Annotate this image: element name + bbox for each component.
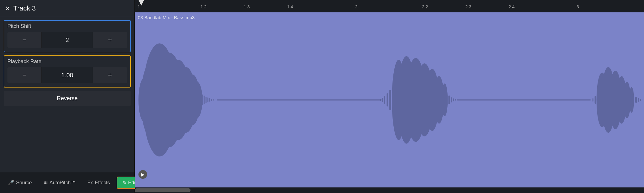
left-panel: ✕ Track 3 Pitch Shift − 2 + Playback Rat… (0, 0, 135, 193)
ruler-marker-3: 3 (576, 4, 579, 9)
scrollbar-thumb[interactable] (135, 188, 191, 192)
svg-rect-19 (382, 98, 383, 102)
microphone-icon: 🎤 (8, 180, 14, 186)
svg-rect-11 (206, 96, 207, 103)
svg-point-8 (138, 78, 150, 122)
ruler-marker-1-3: 1.3 (244, 4, 250, 9)
svg-rect-14 (211, 99, 212, 101)
tab-autopitch-label: AutoPitch™ (50, 180, 76, 186)
ruler-track: 1 1.2 1.3 1.4 2 2.2 2.3 2.4 3 (135, 0, 644, 11)
scrollbar-area (135, 187, 644, 193)
ruler-marker-2: 2 (355, 4, 357, 9)
svg-rect-16 (215, 100, 216, 100)
tab-autopitch[interactable]: ≋ AutoPitch™ (39, 177, 81, 188)
svg-rect-37 (593, 98, 594, 102)
reverse-button[interactable]: Reverse (4, 91, 131, 106)
svg-rect-17 (217, 99, 382, 101)
playback-rate-box: Playback Rate − 1.00 + (4, 55, 131, 88)
svg-rect-32 (451, 97, 452, 103)
ruler-marker-1-4: 1.4 (287, 4, 293, 9)
playhead[interactable] (138, 0, 144, 6)
ruler-marker-2-3: 2.3 (465, 4, 471, 9)
autopitch-icon: ≋ (44, 180, 48, 186)
ruler-marker-2-4: 2.4 (509, 4, 515, 9)
waveform-svg (135, 12, 644, 187)
svg-rect-20 (384, 96, 385, 104)
ruler-marker-2-2: 2.2 (422, 4, 428, 9)
playback-rate-label: Playback Rate (7, 58, 127, 65)
svg-rect-35 (457, 99, 591, 101)
track-title: Track 3 (13, 4, 36, 12)
bottom-tabs: 🎤 Source ≋ AutoPitch™ Fx Effects ✎ Edito… (0, 172, 134, 193)
svg-rect-47 (638, 98, 639, 102)
playback-rate-row: − 1.00 + (7, 67, 127, 83)
playback-rate-increment-button[interactable]: + (93, 67, 127, 83)
svg-point-45 (629, 87, 634, 113)
playback-rate-value: 1.00 (42, 67, 93, 83)
controls-area: Pitch Shift − 2 + Playback Rate − 1.00 +… (0, 17, 134, 172)
svg-rect-34 (455, 99, 456, 101)
pitch-shift-increment-button[interactable]: + (93, 32, 127, 48)
right-panel: 1 1.2 1.3 1.4 2 2.2 2.3 2.4 3 03 Bandlab… (135, 0, 644, 193)
svg-rect-48 (640, 99, 641, 101)
svg-rect-21 (387, 93, 388, 106)
svg-rect-12 (208, 97, 208, 103)
pitch-shift-box: Pitch Shift − 2 + (4, 20, 131, 52)
close-icon[interactable]: ✕ (5, 5, 10, 11)
svg-rect-22 (389, 90, 391, 110)
timeline-ruler: 1 1.2 1.3 1.4 2 2.2 2.3 2.4 3 (135, 0, 644, 11)
track-header: ✕ Track 3 (0, 0, 134, 17)
playback-rate-decrement-button[interactable]: − (7, 67, 42, 83)
waveform-file-label: 03 Bandlab Mix - Bass.mp3 (138, 15, 195, 20)
start-marker[interactable]: ▶ (138, 170, 147, 179)
tab-effects[interactable]: Fx Effects (82, 178, 115, 188)
svg-rect-36 (591, 99, 591, 101)
svg-point-30 (441, 84, 448, 116)
svg-rect-10 (204, 96, 205, 104)
effects-icon: Fx (87, 180, 93, 186)
pitch-shift-decrement-button[interactable]: − (7, 32, 42, 48)
svg-rect-38 (595, 96, 596, 104)
svg-rect-33 (453, 98, 454, 101)
svg-rect-9 (202, 94, 203, 105)
waveform-container[interactable]: 03 Bandlab Mix - Bass.mp3 (135, 12, 644, 187)
svg-rect-13 (209, 98, 210, 102)
tab-source[interactable]: 🎤 Source (3, 177, 37, 188)
tab-source-label: Source (16, 180, 32, 186)
svg-rect-18 (380, 99, 381, 101)
pitch-shift-label: Pitch Shift (7, 23, 127, 29)
svg-point-6 (191, 82, 202, 118)
tab-effects-label: Effects (95, 180, 110, 186)
start-marker-icon: ▶ (141, 172, 145, 177)
pitch-shift-value: 2 (42, 32, 93, 48)
ruler-marker-1-2: 1.2 (200, 4, 206, 9)
svg-rect-49 (642, 100, 642, 100)
pitch-shift-row: − 2 + (7, 32, 127, 48)
svg-rect-15 (213, 99, 214, 101)
svg-rect-46 (635, 97, 637, 103)
editor-icon: ✎ (122, 180, 126, 186)
svg-rect-31 (448, 96, 450, 104)
